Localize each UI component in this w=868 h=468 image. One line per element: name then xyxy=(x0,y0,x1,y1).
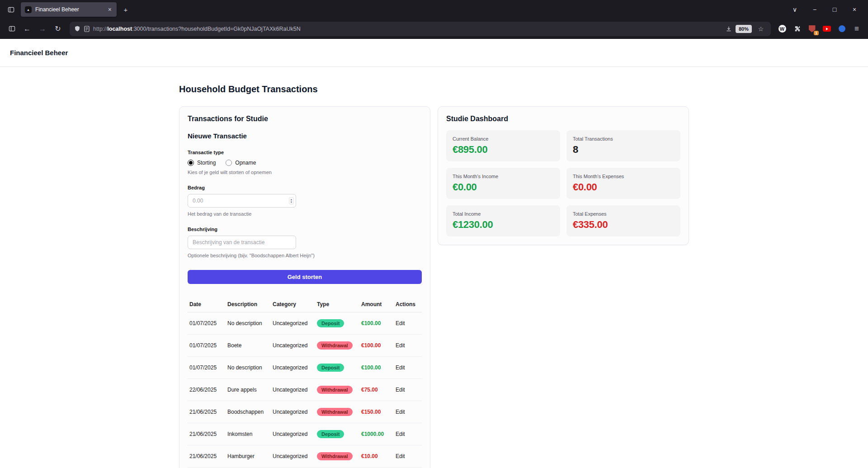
stat-label: Total Expenses xyxy=(573,211,674,217)
description-cell: Inkomsten xyxy=(226,423,271,445)
amount-value: €100.00 xyxy=(361,364,381,371)
maximize-button[interactable]: □ xyxy=(825,0,844,19)
transactions-card-title: Transactions for Studie xyxy=(188,115,422,123)
column-header-date: Date xyxy=(188,297,226,312)
amount-value: €1000.00 xyxy=(361,431,384,437)
page-info-icon[interactable] xyxy=(84,26,90,32)
blue-extension-icon[interactable] xyxy=(835,22,849,36)
close-button[interactable]: × xyxy=(844,0,864,19)
radio-storting-control[interactable] xyxy=(188,160,194,166)
stat-card-current-balance: Current Balance €895.00 xyxy=(446,130,560,161)
wikipedia-extension-icon[interactable]: W xyxy=(775,22,789,36)
category-cell: Uncategorized xyxy=(271,401,315,423)
extensions-puzzle-icon[interactable] xyxy=(790,22,804,36)
new-tab-button[interactable]: + xyxy=(118,3,133,16)
reload-button[interactable]: ↻ xyxy=(51,22,65,36)
main-content: Household Budget Transactions Transactio… xyxy=(179,67,689,468)
firefox-view-icon[interactable] xyxy=(4,3,18,16)
edit-button[interactable]: Edit xyxy=(396,453,405,459)
actions-cell: Edit xyxy=(394,423,422,445)
edit-button[interactable]: Edit xyxy=(396,342,405,349)
table-header-row: Date Description Category Type Amount Ac… xyxy=(188,297,422,312)
url-bar[interactable]: http://localhost:3000/transactions?house… xyxy=(70,22,771,36)
actions-cell: Edit xyxy=(394,401,422,423)
tab-close-icon[interactable]: × xyxy=(107,6,113,13)
stepper-down-icon[interactable]: ▾ xyxy=(291,201,292,203)
stat-value: €1230.00 xyxy=(453,219,554,231)
page-title: Household Budget Transactions xyxy=(179,84,689,95)
table-row: 21/06/2025 Inkomsten Uncategorized Depos… xyxy=(188,423,422,445)
stat-label: This Month's Income xyxy=(453,174,554,179)
amount-cell: €100.00 xyxy=(359,312,394,335)
bookmark-star-icon[interactable]: ☆ xyxy=(755,24,766,34)
dashboard-title: Studie Dashboard xyxy=(446,115,680,123)
column-header-category: Category xyxy=(271,297,315,312)
edit-button[interactable]: Edit xyxy=(396,387,405,393)
browser-tab[interactable]: ▲ Financieel Beheer × xyxy=(21,2,117,17)
description-cell: No description xyxy=(226,357,271,379)
sidebar-toggle-icon[interactable] xyxy=(5,22,19,36)
youtube-shape xyxy=(823,26,831,32)
date-cell: 21/06/2025 xyxy=(188,423,226,445)
list-all-tabs-icon[interactable]: ∨ xyxy=(785,0,805,19)
downloads-icon[interactable] xyxy=(726,26,732,32)
transaction-type-help: Kies of je geld wilt storten of opnemen xyxy=(188,170,422,175)
stat-card-total-income: Total Income €1230.00 xyxy=(446,205,560,236)
edit-button[interactable]: Edit xyxy=(396,409,405,415)
type-cell: Deposit xyxy=(315,357,359,379)
stat-value: €895.00 xyxy=(453,144,554,156)
tracking-protection-shield-icon[interactable] xyxy=(74,25,80,32)
amount-cell: €10.00 xyxy=(359,445,394,468)
back-button[interactable]: ← xyxy=(20,22,34,36)
edit-button[interactable]: Edit xyxy=(396,364,405,371)
column-header-amount: Amount xyxy=(359,297,394,312)
blue-circle-shape xyxy=(839,25,845,32)
radio-opname-control[interactable] xyxy=(226,160,232,166)
stat-label: Current Balance xyxy=(453,136,554,142)
amount-cell: €75.00 xyxy=(359,379,394,401)
radio-opname[interactable]: Opname xyxy=(226,160,256,166)
transactions-table: Date Description Category Type Amount Ac… xyxy=(188,297,422,468)
table-row: 01/07/2025 Boete Uncategorized Withdrawa… xyxy=(188,335,422,357)
category-cell: Uncategorized xyxy=(271,379,315,401)
column-header-description: Description xyxy=(226,297,271,312)
amount-cell: €150.00 xyxy=(359,401,394,423)
amount-help: Het bedrag van de transactie xyxy=(188,211,422,217)
youtube-extension-icon[interactable] xyxy=(820,22,834,36)
stat-value: 8 xyxy=(573,144,674,156)
zoom-level-button[interactable]: 80% xyxy=(736,25,752,33)
type-cell: Withdrawal xyxy=(315,379,359,401)
column-header-type: Type xyxy=(315,297,359,312)
edit-button[interactable]: Edit xyxy=(396,431,405,437)
category-cell: Uncategorized xyxy=(271,312,315,335)
site-header: Financieel Beheer xyxy=(0,39,868,67)
forward-button[interactable]: → xyxy=(35,22,50,36)
tab-bar: ▲ Financieel Beheer × + ∨ − □ × xyxy=(0,0,868,19)
description-input[interactable] xyxy=(188,236,296,249)
url-text[interactable]: http://localhost:3000/transactions?house… xyxy=(93,26,722,32)
minimize-button[interactable]: − xyxy=(805,0,825,19)
amount-cell: €100.00 xyxy=(359,357,394,379)
table-row: 01/07/2025 No description Uncategorized … xyxy=(188,312,422,335)
description-help: Optionele beschrijving (bijv. "Boodschap… xyxy=(188,253,422,258)
type-badge: Deposit xyxy=(317,364,344,372)
radio-storting[interactable]: Storting xyxy=(188,160,216,166)
amount-input[interactable] xyxy=(188,194,296,208)
stat-label: Total Transactions xyxy=(573,136,674,142)
category-cell: Uncategorized xyxy=(271,423,315,445)
category-cell: Uncategorized xyxy=(271,357,315,379)
category-cell: Uncategorized xyxy=(271,335,315,357)
amount-value: €150.00 xyxy=(361,409,381,415)
stat-card-total-expenses: Total Expenses €335.00 xyxy=(566,205,680,236)
table-row: 22/06/2025 Dure appels Uncategorized Wit… xyxy=(188,379,422,401)
app-menu-icon[interactable]: ≡ xyxy=(850,22,863,36)
edit-button[interactable]: Edit xyxy=(396,320,405,326)
amount-stepper[interactable]: ▴ ▾ xyxy=(289,197,294,204)
description-cell: Hamburger xyxy=(226,445,271,468)
stat-card-month-income: This Month's Income €0.00 xyxy=(446,168,560,199)
amount-value: €100.00 xyxy=(361,342,381,349)
description-cell: Boete xyxy=(226,335,271,357)
adblocker-extension-icon[interactable]: 1 xyxy=(805,22,819,36)
submit-deposit-button[interactable]: Geld storten xyxy=(188,270,422,284)
description-cell: Dure appels xyxy=(226,379,271,401)
